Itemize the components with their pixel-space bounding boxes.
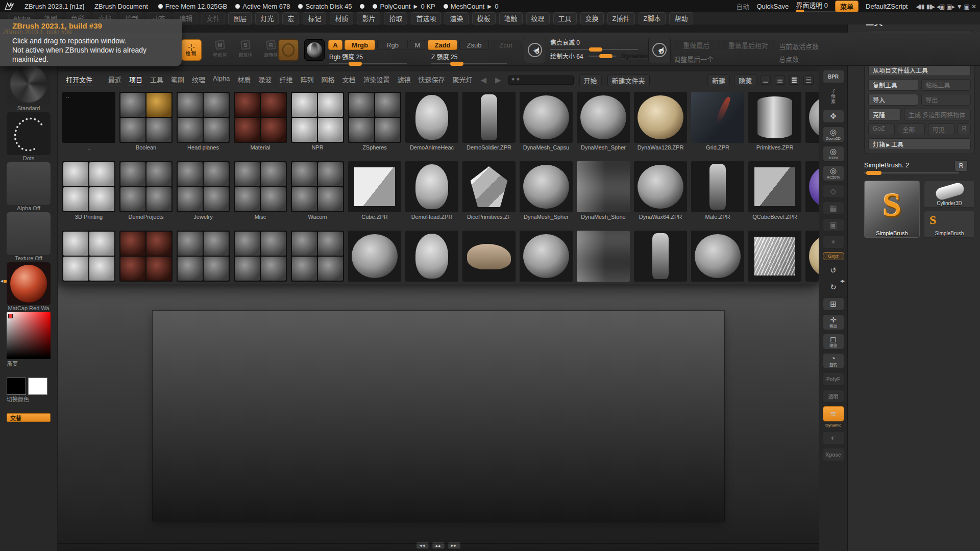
lightbox-tile[interactable]: ZSpheres <box>348 92 401 152</box>
lightbox-tile[interactable]: Head planes <box>177 92 230 152</box>
stroke-picker-button[interactable] <box>278 39 299 61</box>
menu-item-0[interactable]: 图层 <box>228 12 252 24</box>
lightbox-tile[interactable]: Dog.ZPR <box>462 231 516 284</box>
scroll-icon-button[interactable]: ✥ <box>823 110 844 123</box>
dynamic-mode-button[interactable]: ≋ <box>823 406 844 421</box>
alpha-picker-button[interactable] <box>304 39 325 61</box>
lightbox-tile[interactable]: DemoHead.ZPR <box>405 161 458 221</box>
export-button[interactable]: 导出 <box>921 94 971 106</box>
adjust-last-label[interactable]: 调整最后一个 <box>674 54 714 64</box>
gxyz-button[interactable]: Gxyz <box>823 252 844 260</box>
menu-item-12[interactable]: 工具 <box>553 12 577 24</box>
transp-button[interactable]: 透明 <box>823 389 844 403</box>
scale-mode-button[interactable]: S 缩放体 <box>234 40 257 63</box>
lightbox-tab-2[interactable]: 工具 <box>149 74 164 86</box>
draw-size-handle[interactable] <box>599 54 612 58</box>
close-icon[interactable]: ✕ <box>970 3 977 10</box>
menu-item-9[interactable]: 模板 <box>472 12 496 24</box>
lightbox-tile[interactable]: QCu <box>805 92 819 152</box>
lightbox-tile[interactable]: DynaMesh_Capsu <box>520 92 573 152</box>
current-alpha-thumb[interactable]: Alpha Off <box>7 162 51 212</box>
nav-forward-icon[interactable]: ▶ <box>494 76 503 85</box>
lightbox-tile[interactable]: .. <box>62 92 115 152</box>
tool-r-button[interactable]: R <box>954 160 968 171</box>
lightbox-tile[interactable]: Cube.ZPR <box>348 161 401 221</box>
lightbox-tab-13[interactable]: 滤镜 <box>396 74 411 86</box>
frame-button[interactable]: ▣ <box>823 218 844 232</box>
lightbox-tab-6[interactable]: 材质 <box>236 74 252 86</box>
lightbox-tile[interactable]: Wacom <box>291 161 344 221</box>
ghost-button[interactable]: ◐ <box>823 431 844 444</box>
active-tool-slider[interactable]: SimpleBrush. 2 R <box>864 160 975 173</box>
menu-item-10[interactable]: 笔触 <box>499 12 523 24</box>
redo-last-relative-button[interactable]: 重做最后相对 <box>722 40 775 50</box>
main-color-swatch[interactable] <box>7 378 26 395</box>
lightbox-tile[interactable]: NPR <box>291 92 344 152</box>
lightbox-tile[interactable]: DynaMesh_Spher <box>577 92 630 152</box>
make-polymesh-button[interactable]: 生成 多边形网格物体 <box>904 109 971 120</box>
bpr-button[interactable]: BPR <box>823 70 844 83</box>
restore-icon[interactable]: ▣ <box>963 3 970 10</box>
zcut-button[interactable]: Zcut <box>491 40 521 50</box>
start-button[interactable]: 开始 <box>579 74 602 86</box>
lightbox-tab-7[interactable]: 噪波 <box>257 74 273 86</box>
left-divider-handle[interactable]: ◂ <box>1 278 7 284</box>
aa-half-button[interactable]: ◎AC50% <box>823 165 844 181</box>
lightbox-tile[interactable]: DemoHeadFema <box>405 231 458 284</box>
lightbox-tile[interactable]: FiberMeshes <box>119 231 173 284</box>
dynamic-label[interactable]: Dynamic <box>621 52 649 60</box>
move-gizmo-button[interactable]: ✛移动 <box>823 314 844 330</box>
ui-opacity-handle[interactable] <box>796 10 804 12</box>
view-four-rows-button[interactable] <box>803 76 814 85</box>
menu-item-7[interactable]: 首选项 <box>411 12 441 24</box>
menu-item-1[interactable]: 灯光 <box>255 12 279 24</box>
menu-item-disabled-7[interactable]: 文件 <box>201 12 225 24</box>
lightbox-tab-14[interactable]: 快速保存 <box>417 74 446 86</box>
collapse-left-icon[interactable]: ◂▮▮ <box>915 3 925 10</box>
zscript-label[interactable]: DefaultZScript <box>866 3 908 10</box>
copy-tool-button[interactable]: 复制工具 <box>868 79 918 91</box>
lightbox-tile[interactable]: DynaWax64.ZPR <box>634 161 687 221</box>
rgb-intensity-handle[interactable] <box>349 62 362 66</box>
lightbox-tile[interactable]: RS_D <box>805 161 819 221</box>
menu-toggle-button[interactable]: 菜单 <box>835 1 859 12</box>
path-field[interactable]: ∗∗ <box>508 76 574 85</box>
lightbox-tile[interactable]: DynaMesh_Stone <box>577 231 630 284</box>
redo-last-button[interactable]: 重做最后 <box>673 40 720 50</box>
mrgb-button[interactable]: Mrgb <box>345 40 375 50</box>
quicksave-button[interactable]: QuickSave <box>756 3 789 10</box>
lightbox-tile[interactable]: Female.ZPR <box>634 231 687 284</box>
current-material-thumb[interactable]: MatCap Red Wa <box>7 262 51 312</box>
rotate-ccw-icon-button[interactable]: ↺ <box>823 264 844 277</box>
active-tool-thumb[interactable]: S SimpleBrush <box>864 181 920 238</box>
lightbox-tile[interactable]: Jewelry <box>177 161 230 221</box>
menu-item-5[interactable]: 影片 <box>357 12 380 24</box>
lightbox-tile[interactable]: Primitives.ZPR <box>748 92 801 152</box>
zsub-button[interactable]: Zsub <box>459 40 489 50</box>
nav-back-icon[interactable]: ◀ <box>479 76 488 85</box>
auto-toggle[interactable]: 自动 <box>736 2 749 11</box>
lightbox-tile[interactable]: Mannequin <box>177 231 230 284</box>
rgb-intensity-slider[interactable]: Rgb 强度 25 <box>329 52 407 64</box>
paste-tool-button[interactable]: 粘贴工具 <box>921 79 971 91</box>
dock-left-icon[interactable]: ◂▣ <box>936 3 945 10</box>
current-texture-thumb[interactable]: Texture Off <box>7 212 51 262</box>
lightbox-tile[interactable]: QCubeSmooth.ZF <box>748 231 801 284</box>
view-two-rows-button[interactable] <box>775 76 785 85</box>
focal-shift-icon-button[interactable]: + S <box>524 37 546 63</box>
zadd-button[interactable]: Zadd <box>428 40 457 50</box>
lightbox-tile[interactable]: Boolean <box>119 92 173 152</box>
draw-mode-button[interactable]: -¦- 绘制 <box>181 39 202 61</box>
floor-button[interactable]: ▦ <box>823 202 844 215</box>
focal-shift-slider[interactable]: 焦点衰减 0 <box>550 38 638 50</box>
view-three-rows-button[interactable] <box>789 76 799 85</box>
secondary-color-swatch[interactable] <box>28 378 47 395</box>
spix-slider[interactable]: 子像素 <box>823 87 844 106</box>
lightbox-tile[interactable]: QCubeBevel.ZPR <box>748 161 801 221</box>
dock-right-icon[interactable]: ▣▸ <box>945 3 955 10</box>
color-picker[interactable]: 渐变 切换颜色 交替 <box>7 312 51 422</box>
menu-item-16[interactable]: 帮助 <box>669 12 693 24</box>
menu-item-6[interactable]: 拾取 <box>384 12 407 24</box>
cylinder3d-tool-thumb[interactable]: Cylinder3D <box>924 181 975 208</box>
active-tool-handle[interactable] <box>866 171 881 175</box>
